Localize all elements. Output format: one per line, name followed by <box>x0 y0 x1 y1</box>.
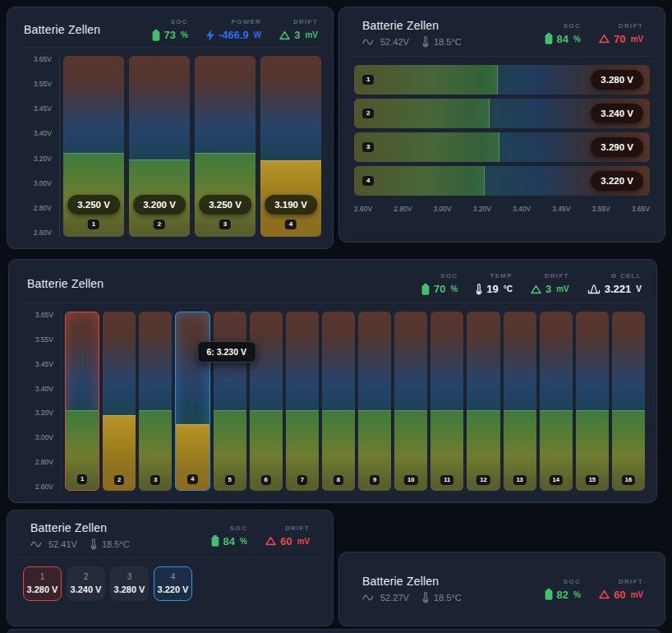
bolt-icon <box>206 30 214 41</box>
stat-label: DRIFT <box>545 272 569 280</box>
triangle-icon <box>265 536 276 546</box>
card-title: Batterie Zellen <box>27 277 104 290</box>
cell-bar-1[interactable]: 3.250 V1 <box>63 56 124 237</box>
cell-bar-chart: 3.65V3.55V3.45V3.40V3.20V3.00V2.80V2.60V… <box>9 303 656 502</box>
y-axis-tick: 3.55V <box>16 336 53 344</box>
cell-bar-7[interactable]: 7 <box>286 312 319 491</box>
battery-icon <box>545 33 553 44</box>
cell-bar-1[interactable]: 1 <box>65 312 99 491</box>
cell-bar-10[interactable]: 10 <box>394 312 427 491</box>
pack-summary: 52.27V18.5°C <box>362 592 462 603</box>
cell-bar-3[interactable]: 3.250 V3 <box>195 56 255 237</box>
y-axis-tick: 2.60V <box>14 229 52 237</box>
stat-label: SOC <box>171 18 188 25</box>
pack-voltage-value: 52.41V <box>48 539 77 549</box>
stat-value: 84% <box>211 535 247 548</box>
pack-voltage-value: 52.27V <box>380 593 409 603</box>
stat-unit: mV <box>630 590 643 599</box>
stat-value: 70% <box>421 283 458 295</box>
cell-bar-2[interactable]: 2 <box>103 312 136 491</box>
stat-unit: V <box>636 284 642 293</box>
cell-number-badge: 6 <box>261 475 271 485</box>
cell-bar-3[interactable]: 33.290 V <box>354 132 650 162</box>
sine-wave-icon <box>362 594 375 602</box>
cell-bar-15[interactable]: 15 <box>576 312 609 491</box>
cell-bar-2[interactable]: 3.200 V2 <box>129 56 190 237</box>
stat-number: 3 <box>294 29 300 41</box>
pack-voltage: 52.42V <box>362 37 409 47</box>
cell-number-badge: 11 <box>440 475 453 485</box>
stat-number: -466.9 <box>219 29 249 41</box>
stat-value: 73% <box>152 29 188 41</box>
cell-bar-14[interactable]: 14 <box>540 312 573 491</box>
stats-row: SOC84%DRIFT70mV <box>545 22 643 45</box>
stat-number: 73 <box>164 29 176 41</box>
x-axis-tick: 2.60V <box>354 205 372 213</box>
cell-bar-13[interactable]: 13 <box>504 312 536 491</box>
cell-tile-3[interactable]: 33.280 V <box>110 566 149 601</box>
cell-bar-3[interactable]: 3 <box>139 312 172 491</box>
bars-area: 3.250 V13.200 V23.250 V33.190 V4 <box>59 56 321 237</box>
cell-bar-5[interactable]: 5 <box>214 312 246 491</box>
cell-number-badge: 1 <box>77 474 87 484</box>
stat-number: 19 <box>486 283 498 295</box>
cell-bar-6[interactable]: 6 <box>250 312 283 491</box>
cell-bar-4[interactable]: 43.220 V <box>354 166 650 196</box>
cell-number-badge: 3 <box>362 142 374 152</box>
stat-soc: SOC82% <box>545 578 581 601</box>
stat-number: 84 <box>223 535 235 548</box>
cell-tile-4[interactable]: 43.220 V <box>154 566 192 601</box>
cell-voltage: 3.280 V <box>24 584 61 594</box>
pack-temperature: 18.5°C <box>422 36 462 48</box>
battery-cells-card-vertical-16: Batterie Zellen SOC70%TEMP19°CDRIFT3mVØ … <box>8 259 657 503</box>
stat-value: 70mV <box>599 33 643 45</box>
card-header: Batterie Zellen 52.41V18.5°C SOC84%DRIFT… <box>7 511 333 557</box>
cell-voltage: 3.240 V <box>67 584 104 594</box>
cell-bar-16[interactable]: 16 <box>612 312 645 491</box>
cell-tile-2[interactable]: 23.240 V <box>67 566 105 601</box>
battery-icon <box>211 535 219 547</box>
stats-row: SOC70%TEMP19°CDRIFT3mVØ CELL3.221V <box>421 272 642 295</box>
pack-temperature-value: 18.5°C <box>102 539 130 549</box>
cell-bar-8[interactable]: 8 <box>322 312 355 491</box>
cell-number-badge: 3 <box>219 219 231 229</box>
triangle-icon <box>279 30 290 40</box>
cell-voltage: 3.220 V <box>154 584 191 594</box>
cell-tiles-row: 13.280 V23.240 V33.280 V43.220 V <box>7 558 333 601</box>
cell-fill <box>354 65 498 95</box>
stat-value: 82% <box>545 589 581 601</box>
y-axis: 3.65V3.55V3.45V3.40V3.20V3.00V2.80V2.60V <box>16 312 61 491</box>
triangle-icon <box>599 589 610 599</box>
cell-number-badge: 4 <box>187 474 197 484</box>
stat-unit: W <box>254 30 261 39</box>
cell-bar-4[interactable]: 3.190 V4 <box>260 56 321 237</box>
cell-bar-1[interactable]: 13.280 V <box>354 65 650 95</box>
pack-temperature-value: 18.5°C <box>434 593 462 603</box>
cell-bar-2[interactable]: 23.240 V <box>354 99 650 128</box>
card-title: Batterie Zellen <box>362 575 462 588</box>
cell-bar-9[interactable]: 9 <box>358 312 391 491</box>
stat-value: 3.221V <box>587 283 642 295</box>
stat-number: 84 <box>557 33 568 45</box>
cell-bar-12[interactable]: 12 <box>467 312 499 491</box>
stat-label: POWER <box>231 18 261 25</box>
triangle-icon <box>599 34 610 44</box>
stat-number: 70 <box>614 33 625 45</box>
cell-tile-1[interactable]: 13.280 V <box>23 566 62 601</box>
battery-cells-card-summary: Batterie Zellen 52.27V18.5°C SOC82%DRIFT… <box>338 552 665 626</box>
cell-bar-11[interactable]: 11 <box>430 312 463 491</box>
cell-number: 1 <box>24 572 61 581</box>
x-axis: 2.60V2.80V3.00V3.20V3.40V3.45V3.55V3.65V <box>339 201 665 213</box>
cell-number-badge: 7 <box>297 475 307 485</box>
stat-number: 3 <box>545 283 551 295</box>
stat-unit: °C <box>504 284 513 293</box>
stat-unit: mV <box>630 35 643 44</box>
cell-number: 2 <box>67 572 104 581</box>
cell-voltage-pill: 3.220 V <box>591 171 643 191</box>
cell-voltage-pill: 3.250 V <box>199 195 251 215</box>
stats-row: SOC73%POWER-466.9WDRIFT3mV <box>152 18 319 41</box>
cell-bar-4[interactable]: 4 <box>175 312 209 491</box>
y-axis-tick: 3.45V <box>14 105 52 113</box>
y-axis-tick: 3.65V <box>16 312 53 319</box>
thermometer-icon <box>422 36 429 48</box>
